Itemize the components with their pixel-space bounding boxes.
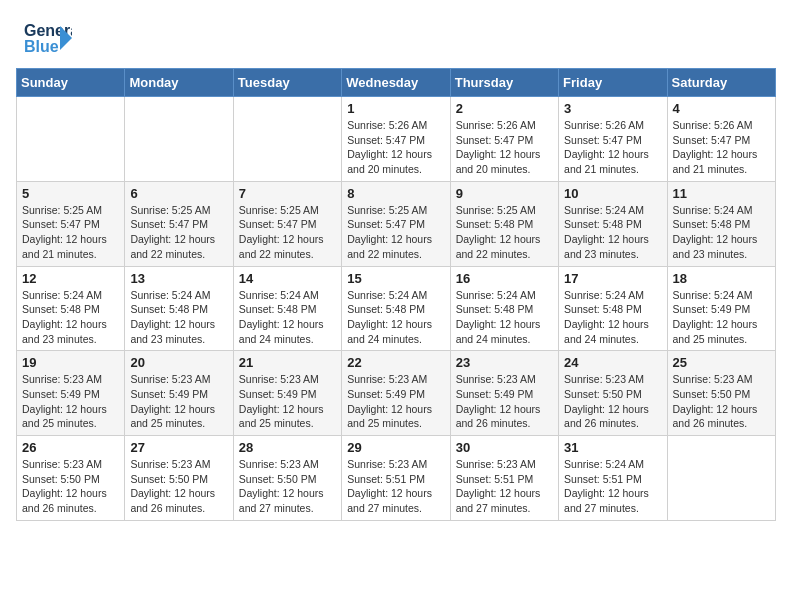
calendar-cell: 13Sunrise: 5:24 AMSunset: 5:48 PMDayligh…	[125, 266, 233, 351]
calendar-cell: 9Sunrise: 5:25 AMSunset: 5:48 PMDaylight…	[450, 181, 558, 266]
calendar-cell: 23Sunrise: 5:23 AMSunset: 5:49 PMDayligh…	[450, 351, 558, 436]
day-info: Sunrise: 5:23 AMSunset: 5:49 PMDaylight:…	[22, 372, 119, 431]
weekday-header-wednesday: Wednesday	[342, 69, 450, 97]
day-number: 19	[22, 355, 119, 370]
day-info: Sunrise: 5:24 AMSunset: 5:49 PMDaylight:…	[673, 288, 770, 347]
day-number: 29	[347, 440, 444, 455]
day-number: 4	[673, 101, 770, 116]
calendar-cell: 10Sunrise: 5:24 AMSunset: 5:48 PMDayligh…	[559, 181, 667, 266]
day-number: 28	[239, 440, 336, 455]
day-info: Sunrise: 5:25 AMSunset: 5:47 PMDaylight:…	[239, 203, 336, 262]
calendar-cell: 29Sunrise: 5:23 AMSunset: 5:51 PMDayligh…	[342, 436, 450, 521]
calendar-week-2: 5Sunrise: 5:25 AMSunset: 5:47 PMDaylight…	[17, 181, 776, 266]
weekday-header-monday: Monday	[125, 69, 233, 97]
page-header: General Blue	[0, 0, 792, 68]
calendar-cell: 12Sunrise: 5:24 AMSunset: 5:48 PMDayligh…	[17, 266, 125, 351]
calendar-cell: 22Sunrise: 5:23 AMSunset: 5:49 PMDayligh…	[342, 351, 450, 436]
day-number: 10	[564, 186, 661, 201]
day-number: 15	[347, 271, 444, 286]
weekday-row: SundayMondayTuesdayWednesdayThursdayFrid…	[17, 69, 776, 97]
calendar-cell: 25Sunrise: 5:23 AMSunset: 5:50 PMDayligh…	[667, 351, 775, 436]
day-info: Sunrise: 5:26 AMSunset: 5:47 PMDaylight:…	[564, 118, 661, 177]
calendar-cell: 31Sunrise: 5:24 AMSunset: 5:51 PMDayligh…	[559, 436, 667, 521]
day-info: Sunrise: 5:24 AMSunset: 5:48 PMDaylight:…	[347, 288, 444, 347]
logo: General Blue	[24, 18, 74, 60]
calendar-header: SundayMondayTuesdayWednesdayThursdayFrid…	[17, 69, 776, 97]
calendar-cell: 20Sunrise: 5:23 AMSunset: 5:49 PMDayligh…	[125, 351, 233, 436]
calendar-body: 1Sunrise: 5:26 AMSunset: 5:47 PMDaylight…	[17, 97, 776, 521]
day-number: 27	[130, 440, 227, 455]
calendar-container: SundayMondayTuesdayWednesdayThursdayFrid…	[0, 68, 792, 529]
day-number: 21	[239, 355, 336, 370]
day-info: Sunrise: 5:25 AMSunset: 5:47 PMDaylight:…	[130, 203, 227, 262]
day-number: 9	[456, 186, 553, 201]
day-info: Sunrise: 5:23 AMSunset: 5:50 PMDaylight:…	[130, 457, 227, 516]
day-info: Sunrise: 5:26 AMSunset: 5:47 PMDaylight:…	[456, 118, 553, 177]
day-info: Sunrise: 5:24 AMSunset: 5:48 PMDaylight:…	[564, 203, 661, 262]
day-info: Sunrise: 5:23 AMSunset: 5:49 PMDaylight:…	[347, 372, 444, 431]
calendar-cell: 14Sunrise: 5:24 AMSunset: 5:48 PMDayligh…	[233, 266, 341, 351]
day-number: 5	[22, 186, 119, 201]
day-info: Sunrise: 5:23 AMSunset: 5:49 PMDaylight:…	[130, 372, 227, 431]
calendar-cell: 17Sunrise: 5:24 AMSunset: 5:48 PMDayligh…	[559, 266, 667, 351]
calendar-cell: 18Sunrise: 5:24 AMSunset: 5:49 PMDayligh…	[667, 266, 775, 351]
weekday-header-thursday: Thursday	[450, 69, 558, 97]
calendar-cell: 19Sunrise: 5:23 AMSunset: 5:49 PMDayligh…	[17, 351, 125, 436]
day-info: Sunrise: 5:25 AMSunset: 5:47 PMDaylight:…	[22, 203, 119, 262]
day-info: Sunrise: 5:23 AMSunset: 5:51 PMDaylight:…	[456, 457, 553, 516]
calendar-cell: 28Sunrise: 5:23 AMSunset: 5:50 PMDayligh…	[233, 436, 341, 521]
calendar-cell: 26Sunrise: 5:23 AMSunset: 5:50 PMDayligh…	[17, 436, 125, 521]
day-info: Sunrise: 5:26 AMSunset: 5:47 PMDaylight:…	[673, 118, 770, 177]
weekday-header-friday: Friday	[559, 69, 667, 97]
calendar-cell	[233, 97, 341, 182]
day-number: 12	[22, 271, 119, 286]
calendar-week-4: 19Sunrise: 5:23 AMSunset: 5:49 PMDayligh…	[17, 351, 776, 436]
weekday-header-saturday: Saturday	[667, 69, 775, 97]
day-number: 31	[564, 440, 661, 455]
calendar-cell: 7Sunrise: 5:25 AMSunset: 5:47 PMDaylight…	[233, 181, 341, 266]
logo-icon: General Blue	[24, 18, 72, 60]
day-info: Sunrise: 5:23 AMSunset: 5:49 PMDaylight:…	[456, 372, 553, 431]
day-number: 14	[239, 271, 336, 286]
day-number: 24	[564, 355, 661, 370]
day-info: Sunrise: 5:23 AMSunset: 5:50 PMDaylight:…	[22, 457, 119, 516]
day-info: Sunrise: 5:25 AMSunset: 5:48 PMDaylight:…	[456, 203, 553, 262]
day-info: Sunrise: 5:24 AMSunset: 5:51 PMDaylight:…	[564, 457, 661, 516]
calendar-cell	[125, 97, 233, 182]
day-info: Sunrise: 5:23 AMSunset: 5:51 PMDaylight:…	[347, 457, 444, 516]
day-info: Sunrise: 5:23 AMSunset: 5:50 PMDaylight:…	[564, 372, 661, 431]
day-number: 16	[456, 271, 553, 286]
calendar-cell	[667, 436, 775, 521]
day-number: 26	[22, 440, 119, 455]
calendar-cell: 2Sunrise: 5:26 AMSunset: 5:47 PMDaylight…	[450, 97, 558, 182]
calendar-cell: 6Sunrise: 5:25 AMSunset: 5:47 PMDaylight…	[125, 181, 233, 266]
day-number: 2	[456, 101, 553, 116]
day-info: Sunrise: 5:24 AMSunset: 5:48 PMDaylight:…	[673, 203, 770, 262]
day-info: Sunrise: 5:26 AMSunset: 5:47 PMDaylight:…	[347, 118, 444, 177]
day-number: 1	[347, 101, 444, 116]
day-info: Sunrise: 5:24 AMSunset: 5:48 PMDaylight:…	[130, 288, 227, 347]
day-number: 20	[130, 355, 227, 370]
day-number: 7	[239, 186, 336, 201]
calendar-cell: 5Sunrise: 5:25 AMSunset: 5:47 PMDaylight…	[17, 181, 125, 266]
calendar-cell: 3Sunrise: 5:26 AMSunset: 5:47 PMDaylight…	[559, 97, 667, 182]
day-number: 25	[673, 355, 770, 370]
calendar-week-1: 1Sunrise: 5:26 AMSunset: 5:47 PMDaylight…	[17, 97, 776, 182]
calendar-table: SundayMondayTuesdayWednesdayThursdayFrid…	[16, 68, 776, 521]
day-number: 3	[564, 101, 661, 116]
day-number: 22	[347, 355, 444, 370]
calendar-cell: 30Sunrise: 5:23 AMSunset: 5:51 PMDayligh…	[450, 436, 558, 521]
calendar-cell: 4Sunrise: 5:26 AMSunset: 5:47 PMDaylight…	[667, 97, 775, 182]
day-number: 23	[456, 355, 553, 370]
weekday-header-sunday: Sunday	[17, 69, 125, 97]
day-info: Sunrise: 5:24 AMSunset: 5:48 PMDaylight:…	[456, 288, 553, 347]
calendar-cell: 11Sunrise: 5:24 AMSunset: 5:48 PMDayligh…	[667, 181, 775, 266]
calendar-cell: 8Sunrise: 5:25 AMSunset: 5:47 PMDaylight…	[342, 181, 450, 266]
calendar-cell: 16Sunrise: 5:24 AMSunset: 5:48 PMDayligh…	[450, 266, 558, 351]
day-info: Sunrise: 5:25 AMSunset: 5:47 PMDaylight:…	[347, 203, 444, 262]
calendar-cell: 21Sunrise: 5:23 AMSunset: 5:49 PMDayligh…	[233, 351, 341, 436]
day-info: Sunrise: 5:24 AMSunset: 5:48 PMDaylight:…	[564, 288, 661, 347]
calendar-week-5: 26Sunrise: 5:23 AMSunset: 5:50 PMDayligh…	[17, 436, 776, 521]
day-info: Sunrise: 5:23 AMSunset: 5:50 PMDaylight:…	[673, 372, 770, 431]
calendar-cell	[17, 97, 125, 182]
